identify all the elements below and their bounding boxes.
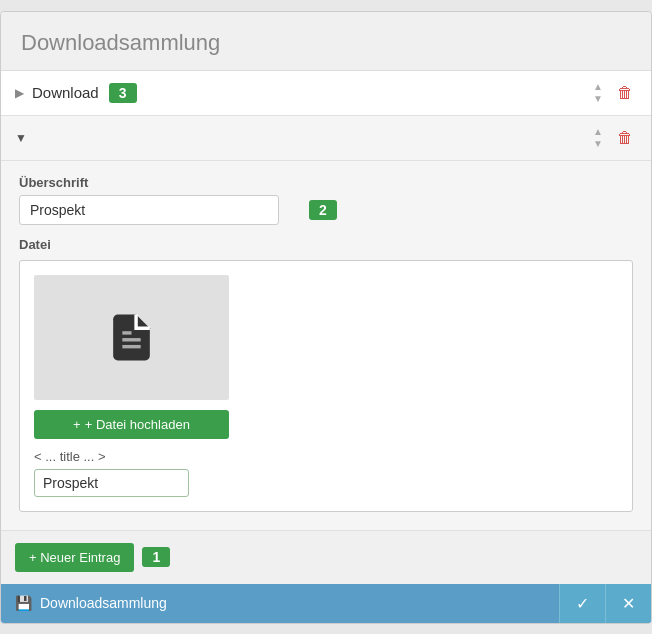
upload-btn-label: + Datei hochladen [85,417,190,432]
bottom-bar: + Neuer Eintrag 1 [1,531,651,584]
datei-box: ++ Datei hochladen < ... title ... > [19,260,633,512]
form-area: Überschrift 2 Datei [1,161,651,530]
save-icon: 💾 [15,595,32,611]
expanded-sort-up-icon[interactable]: ▲ [593,126,603,138]
file-preview [34,275,229,400]
file-icon [104,305,159,370]
expanded-header: ▼ ▲ ▼ 🗑 [1,116,651,161]
toggle-arrow-icon[interactable]: ▶ [15,86,24,100]
sort-down-icon[interactable]: ▼ [593,93,603,105]
sort-arrows[interactable]: ▲ ▼ [593,81,603,105]
expanded-toggle-icon[interactable]: ▼ [15,131,27,145]
download-section-label: Download [32,84,99,101]
ueberschrift-input[interactable] [19,195,279,225]
title-input[interactable] [34,469,189,497]
ueberschrift-row: Überschrift 2 [19,175,633,225]
page-title: Downloadsammlung [1,12,651,71]
delete-expanded-button[interactable]: 🗑 [613,127,637,149]
expanded-section: ▼ ▲ ▼ 🗑 Überschrift 2 Datei [1,116,651,531]
footer-label: 💾 Downloadsammlung [1,585,181,621]
confirm-button[interactable]: ✓ [559,584,605,623]
title-placeholder-text: < ... title ... > [34,449,618,464]
datei-label: Datei [19,237,633,252]
delete-download-button[interactable]: 🗑 [613,82,637,104]
document-icon [104,305,159,370]
bottom-badge: 1 [142,547,170,567]
sort-up-icon[interactable]: ▲ [593,81,603,93]
expanded-sort-down-icon[interactable]: ▼ [593,138,603,150]
download-badge: 3 [109,83,137,103]
cancel-button[interactable]: ✕ [605,584,651,623]
main-container: Downloadsammlung ▶ Download 3 ▲ ▼ 🗑 ▼ ▲ … [0,11,652,624]
download-section-row: ▶ Download 3 ▲ ▼ 🗑 [1,71,651,116]
ueberschrift-label: Überschrift [19,175,299,190]
new-entry-button[interactable]: + Neuer Eintrag [15,543,134,572]
footer-text: Downloadsammlung [40,595,167,611]
expanded-sort-arrows[interactable]: ▲ ▼ [593,126,603,150]
plus-icon: + [73,417,81,432]
footer-bar: 💾 Downloadsammlung ✓ ✕ [1,584,651,623]
expanded-badge: 2 [309,200,337,220]
upload-button[interactable]: ++ Datei hochladen [34,410,229,439]
